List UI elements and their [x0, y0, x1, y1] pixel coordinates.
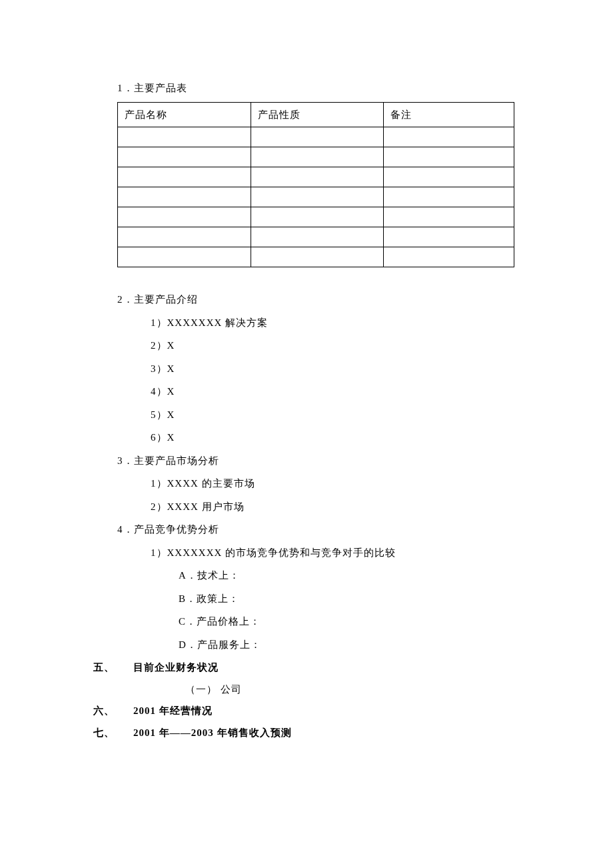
table-row — [118, 207, 514, 227]
table-cell — [384, 187, 514, 207]
table-cell — [251, 227, 384, 247]
list-item: 4）X — [93, 382, 520, 401]
table-cell — [251, 147, 384, 167]
table-cell — [384, 127, 514, 147]
heading-text: 2001 年经营情况 — [133, 701, 213, 721]
table-cell — [384, 247, 514, 267]
table-cell — [384, 227, 514, 247]
table-header: 产品名称 — [118, 102, 251, 127]
section-1-title: 1．主要产品表 — [93, 79, 520, 98]
table-cell — [251, 167, 384, 187]
heading-number: 六、 — [93, 701, 133, 721]
list-item: 6）X — [93, 428, 520, 447]
list-item: C．产品价格上： — [93, 612, 520, 631]
list-item: 1）XXXXXXX 解决方案 — [93, 313, 520, 333]
table-cell — [251, 207, 384, 227]
table-cell — [251, 127, 384, 147]
subheading: （一） 公司 — [93, 680, 520, 699]
table-cell — [118, 247, 251, 267]
table-cell — [118, 167, 251, 187]
heading-number: 七、 — [93, 723, 133, 743]
document-page: 1．主要产品表 产品名称 产品性质 备注 — [0, 0, 613, 785]
table-cell — [118, 127, 251, 147]
heading-text: 目前企业财务状况 — [133, 658, 219, 677]
table-cell — [384, 207, 514, 227]
list-item: D．产品服务上： — [93, 635, 520, 655]
heading-5: 五、 目前企业财务状况 — [93, 658, 520, 677]
table-cell — [251, 247, 384, 267]
table-cell — [118, 187, 251, 207]
table-row — [118, 167, 514, 187]
heading-text: 2001 年——2003 年销售收入预测 — [133, 723, 292, 743]
table-header-row: 产品名称 产品性质 备注 — [118, 102, 514, 127]
list-item: 1）XXXX 的主要市场 — [93, 474, 520, 493]
product-table: 产品名称 产品性质 备注 — [117, 102, 514, 268]
list-item: 2）XXXX 用户市场 — [93, 497, 520, 517]
heading-number: 五、 — [93, 658, 133, 677]
table-row — [118, 187, 514, 207]
section-3-title: 3．主要产品市场分析 — [93, 451, 520, 471]
table-cell — [118, 147, 251, 167]
heading-7: 七、 2001 年——2003 年销售收入预测 — [93, 723, 520, 743]
section-2-title: 2．主要产品介绍 — [93, 290, 520, 309]
table-cell — [118, 207, 251, 227]
table-row — [118, 227, 514, 247]
table-row — [118, 127, 514, 147]
list-item: 5）X — [93, 405, 520, 425]
table-row — [118, 147, 514, 167]
table-header: 备注 — [384, 102, 514, 127]
list-item: B．政策上： — [93, 589, 520, 609]
heading-6: 六、 2001 年经营情况 — [93, 701, 520, 721]
table-cell — [118, 227, 251, 247]
list-item: 1）XXXXXXX 的市场竞争优势和与竞争对手的比较 — [93, 543, 520, 563]
table-cell — [384, 147, 514, 167]
table-cell — [251, 187, 384, 207]
list-item: A．技术上： — [93, 566, 520, 585]
table-cell — [384, 167, 514, 187]
list-item: 3）X — [93, 359, 520, 379]
table-header: 产品性质 — [251, 102, 384, 127]
table-row — [118, 247, 514, 267]
list-item: 2）X — [93, 336, 520, 355]
section-4-title: 4．产品竞争优势分析 — [93, 520, 520, 539]
